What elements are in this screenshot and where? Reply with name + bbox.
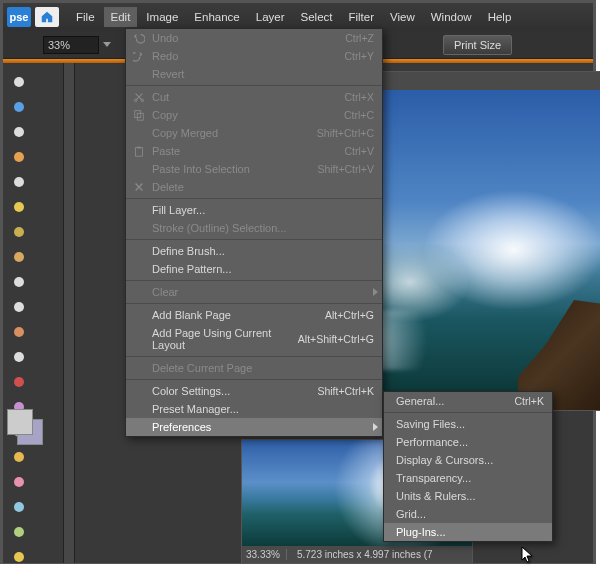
menu-label: General... xyxy=(396,395,444,407)
menu-enhance[interactable]: Enhance xyxy=(187,7,246,27)
menu-label: Display & Cursors... xyxy=(396,454,493,466)
cookie-tool[interactable] xyxy=(7,321,31,343)
paint-bucket-icon xyxy=(11,549,27,565)
color-swatches[interactable] xyxy=(7,409,47,449)
prefs-grid[interactable]: Grid... xyxy=(384,505,552,523)
menu-label: Stroke (Outline) Selection... xyxy=(152,222,287,234)
prefs-performance[interactable]: Performance... xyxy=(384,433,552,451)
svg-point-19 xyxy=(14,552,24,562)
lasso-tool[interactable] xyxy=(7,196,31,218)
redeye-tool[interactable] xyxy=(7,371,31,393)
edit-fill-layer[interactable]: Fill Layer... xyxy=(126,201,382,219)
type-tool[interactable] xyxy=(7,271,31,293)
print-size-button[interactable]: Print Size xyxy=(443,35,512,55)
menu-help[interactable]: Help xyxy=(481,7,519,27)
crop-tool[interactable] xyxy=(7,296,31,318)
edit-add-blank-page[interactable]: Add Blank PageAlt+Ctrl+G xyxy=(126,306,382,324)
menu-layer[interactable]: Layer xyxy=(249,7,292,27)
prefs-transparency[interactable]: Transparency... xyxy=(384,469,552,487)
menu-label: Copy xyxy=(152,109,178,121)
menu-label: Define Pattern... xyxy=(152,263,232,275)
prefs-saving-files[interactable]: Saving Files... xyxy=(384,415,552,433)
menu-window[interactable]: Window xyxy=(424,7,479,27)
menu-shortcut: Ctrl+K xyxy=(515,395,544,407)
svg-point-1 xyxy=(14,102,24,112)
prefs-general[interactable]: General...Ctrl+K xyxy=(384,392,552,410)
edit-preferences[interactable]: Preferences xyxy=(126,418,382,436)
pencil-tool[interactable] xyxy=(7,446,31,468)
menu-label: Performance... xyxy=(396,436,468,448)
move-tool[interactable] xyxy=(7,71,31,93)
menu-shortcut: Ctrl+Z xyxy=(345,32,374,44)
menu-image[interactable]: Image xyxy=(139,7,185,27)
wand-tool[interactable] xyxy=(7,221,31,243)
edit-delete-current-page: Delete Current Page xyxy=(126,359,382,377)
menu-shortcut: Ctrl+Y xyxy=(345,50,374,62)
menu-separator xyxy=(126,280,382,281)
menu-separator xyxy=(126,356,382,357)
paint-bucket-tool[interactable] xyxy=(7,546,31,566)
svg-rect-29 xyxy=(137,147,140,149)
zoom-field[interactable]: 33% xyxy=(43,36,99,54)
menu-edit[interactable]: Edit xyxy=(104,7,138,27)
menu-label: Revert xyxy=(152,68,184,80)
prefs-units-rulers[interactable]: Units & Rulers... xyxy=(384,487,552,505)
redeye-icon xyxy=(11,374,27,390)
brush-tool[interactable] xyxy=(7,496,31,518)
menu-shortcut: Alt+Ctrl+G xyxy=(325,309,374,321)
menu-shortcut: Ctrl+V xyxy=(345,145,374,157)
edit-preset-manager[interactable]: Preset Manager... xyxy=(126,400,382,418)
svg-point-18 xyxy=(14,527,24,537)
lasso-icon xyxy=(11,199,27,215)
pencil-icon xyxy=(11,449,27,465)
prefs-display-cursors[interactable]: Display & Cursors... xyxy=(384,451,552,469)
menu-filter[interactable]: Filter xyxy=(341,7,381,27)
menu-label: Define Brush... xyxy=(152,245,225,257)
menu-label: Paste xyxy=(152,145,180,157)
svg-point-3 xyxy=(14,152,24,162)
edit-copy-merged: Copy MergedShift+Ctrl+C xyxy=(126,124,382,142)
menu-view[interactable]: View xyxy=(383,7,422,27)
svg-point-10 xyxy=(14,327,24,337)
menu-label: Transparency... xyxy=(396,472,471,484)
cookie-icon xyxy=(11,324,27,340)
eyedropper-tool[interactable] xyxy=(7,146,31,168)
menu-label: Grid... xyxy=(396,508,426,520)
paste-icon xyxy=(132,144,146,158)
home-button[interactable] xyxy=(35,7,59,27)
edit-color-settings[interactable]: Color Settings...Shift+Ctrl+K xyxy=(126,382,382,400)
collapsed-panel-strip[interactable] xyxy=(63,63,75,563)
eyedropper-icon xyxy=(11,149,27,165)
menu-file[interactable]: File xyxy=(69,7,102,27)
menu-shortcut: Alt+Shift+Ctrl+G xyxy=(298,333,374,345)
zoom-dropdown-icon[interactable] xyxy=(103,42,111,47)
menu-label: Saving Files... xyxy=(396,418,465,430)
eraser-tool[interactable] xyxy=(7,471,31,493)
marquee-tool[interactable] xyxy=(7,171,31,193)
copy-icon xyxy=(132,108,146,122)
svg-point-11 xyxy=(14,352,24,362)
menu-separator xyxy=(126,379,382,380)
edit-define-pattern[interactable]: Define Pattern... xyxy=(126,260,382,278)
edit-define-brush[interactable]: Define Brush... xyxy=(126,242,382,260)
edit-add-page-using-current-layout[interactable]: Add Page Using Current LayoutAlt+Shift+C… xyxy=(126,324,382,354)
app-logo[interactable]: pse xyxy=(7,7,31,27)
delete-icon xyxy=(132,180,146,194)
hand-icon xyxy=(11,124,27,140)
menu-label: Units & Rulers... xyxy=(396,490,475,502)
foreground-color-swatch[interactable] xyxy=(7,409,33,435)
menu-label: Add Blank Page xyxy=(152,309,231,321)
zoom-tool[interactable] xyxy=(7,96,31,118)
menu-separator xyxy=(126,303,382,304)
submenu-arrow-icon xyxy=(373,288,378,296)
menu-select[interactable]: Select xyxy=(294,7,340,27)
prefs-plug-ins[interactable]: Plug-Ins... xyxy=(384,523,552,541)
menu-shortcut: Shift+Ctrl+C xyxy=(317,127,374,139)
smart-brush-icon xyxy=(11,524,27,540)
hand-tool[interactable] xyxy=(7,121,31,143)
straighten-tool[interactable] xyxy=(7,346,31,368)
edit-undo: UndoCtrl+Z xyxy=(126,29,382,47)
selection-brush-tool[interactable] xyxy=(7,246,31,268)
crop-icon xyxy=(11,299,27,315)
smart-brush-tool[interactable] xyxy=(7,521,31,543)
